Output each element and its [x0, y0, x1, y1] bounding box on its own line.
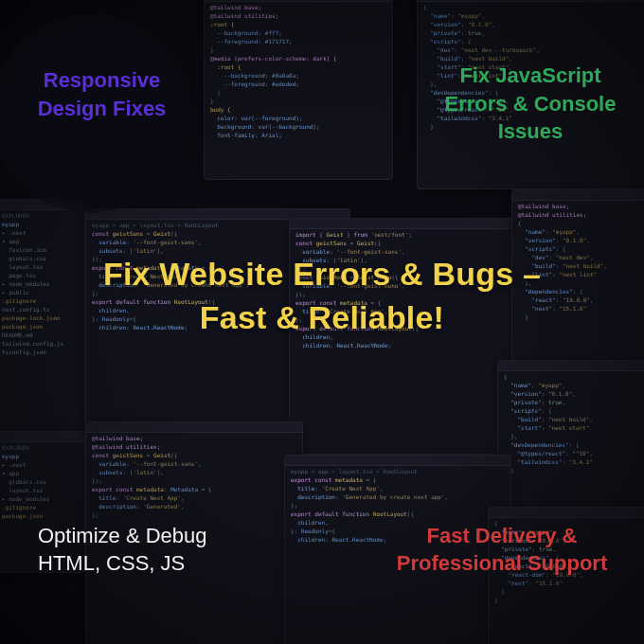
bg-editor-panel: @tailwind base; @tailwind utilities; con… — [85, 421, 303, 644]
promo-canvas: { "name": "myapp", "version": "0.1.0", "… — [0, 0, 644, 644]
bg-editor-panel: { "name": "myapp", "version": "0.1.0", "… — [497, 360, 644, 530]
bg-editor-panel: @tailwind base; @tailwind utilities; :ro… — [204, 0, 393, 180]
bg-editor-panel: myapp > app > layout.tsx > RootLayout ex… — [284, 455, 511, 644]
bg-explorer-panel: EXPLORER myapp ▸ .next ▾ app globals.css… — [0, 431, 85, 573]
bg-editor-panel: { "name": "myapp", "version": "0.1.0", "… — [417, 0, 644, 189]
bg-editor-panel: @tailwind base; @tailwind utilities; { "… — [511, 189, 644, 379]
bg-explorer-panel: EXPLORER myapp ▸ .next ▾ app favicon.ico… — [0, 199, 85, 436]
bg-editor-panel: { "name": "myapp", "version": "0.1.0", "… — [488, 507, 644, 644]
dark-plate — [0, 14, 189, 213]
